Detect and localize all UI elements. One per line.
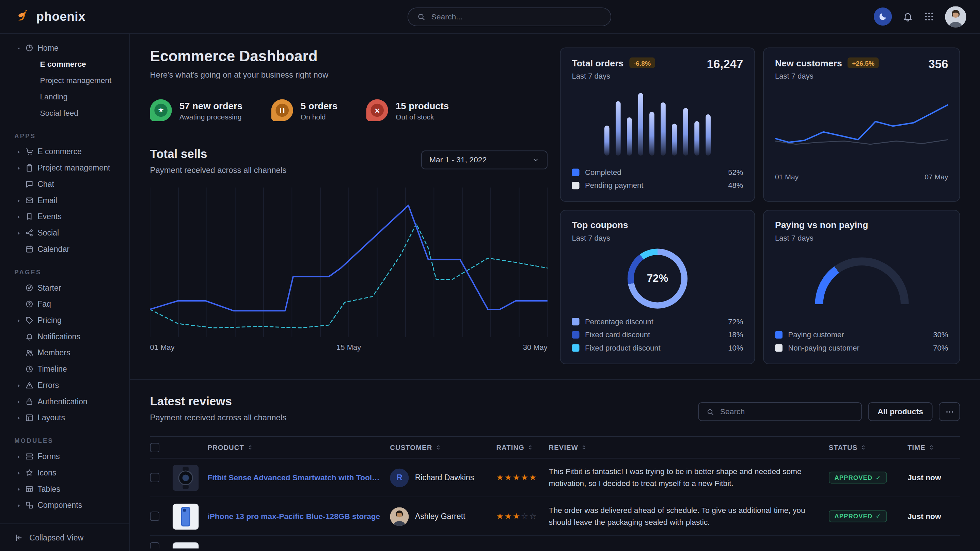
sidebar-item-label: Notifications xyxy=(37,332,80,341)
sidebar-item-label: Components xyxy=(37,501,82,510)
sidebar-item-label: E commerce xyxy=(37,148,82,156)
card-title: Paying vs non paying xyxy=(775,220,868,230)
kpi-cards-grid: Total orders -6.8% Last 7 days 16,247 Co… xyxy=(560,47,960,364)
sidebar-item-home[interactable]: Home xyxy=(0,40,129,56)
column-header-status[interactable]: STATUS xyxy=(829,443,907,451)
search-input[interactable] xyxy=(431,13,602,21)
review-time: Just now xyxy=(907,512,960,521)
legend-value: 30% xyxy=(933,330,948,339)
new-customers-card: New customers +26.5% Last 7 days 356 01 … xyxy=(763,47,960,202)
warning-icon xyxy=(23,381,36,390)
sidebar-item-layouts[interactable]: Layouts xyxy=(0,410,129,426)
sidebar-subitem-social-feed[interactable]: Social feed xyxy=(0,105,129,121)
sidebar-item-label: Chat xyxy=(37,180,54,189)
total-sells-header: Total sells Payment received across all … xyxy=(150,148,547,175)
table-row xyxy=(150,536,960,549)
legend-label: Completed xyxy=(585,168,621,177)
bar xyxy=(616,102,621,156)
stat-value: 57 new orders xyxy=(180,100,242,111)
user-avatar[interactable] xyxy=(945,6,966,27)
sidebar-item-label: Authentication xyxy=(37,397,88,406)
star-icon: ☆ xyxy=(521,511,529,521)
pause-badge-icon xyxy=(271,99,293,121)
rating-stars: ★★★☆☆ xyxy=(496,511,549,521)
moon-icon xyxy=(878,12,888,21)
star-glyph: ★ xyxy=(158,107,164,114)
sidebar-item-label: Timeline xyxy=(37,365,67,374)
mail-icon xyxy=(23,196,36,205)
sidebar-item-components[interactable]: Components xyxy=(0,497,129,514)
sort-icon xyxy=(581,444,587,451)
sidebar-item-notifications[interactable]: Notifications xyxy=(0,329,129,345)
sidebar-subitem-landing[interactable]: Landing xyxy=(0,89,129,105)
bar xyxy=(706,114,711,156)
collapsed-view-toggle[interactable]: Collapsed View xyxy=(0,524,129,551)
legend-swatch xyxy=(572,344,579,351)
column-header-product[interactable]: PRODUCT xyxy=(207,443,390,451)
search-icon xyxy=(417,13,426,21)
sidebar-item-chat[interactable]: Chat xyxy=(0,176,129,193)
caret-right-icon xyxy=(14,165,23,171)
sidebar-subitem-project-management[interactable]: Project management xyxy=(0,73,129,89)
sidebar-item-e-commerce[interactable]: E commerce xyxy=(0,144,129,160)
table-icon xyxy=(23,485,36,494)
brand[interactable]: phoenix xyxy=(14,8,86,25)
sidebar-item-email[interactable]: Email xyxy=(0,192,129,209)
sort-icon xyxy=(928,444,934,451)
apps-grid-icon[interactable] xyxy=(924,11,934,22)
quick-stats-row: ★ 57 new orders Awating processing 5 ord… xyxy=(150,99,547,121)
sidebar-item-members[interactable]: Members xyxy=(0,345,129,361)
sidebar-nav: Home E commerce Project management Landi… xyxy=(0,40,129,513)
sidebar-item-authentication[interactable]: Authentication xyxy=(0,394,129,410)
all-products-button[interactable]: All products xyxy=(868,402,933,421)
caret-right-icon xyxy=(14,415,23,421)
global-search[interactable] xyxy=(407,8,611,26)
column-header-rating[interactable]: RATING xyxy=(496,443,549,451)
sidebar-item-social[interactable]: Social xyxy=(0,225,129,241)
product-link[interactable]: iPhone 13 pro max-Pacific Blue-128GB sto… xyxy=(207,512,390,521)
x-label: 01 May xyxy=(775,173,799,180)
sidebar-item-starter[interactable]: Starter xyxy=(0,280,129,296)
legend-swatch xyxy=(572,181,579,189)
sidebar-item-tables[interactable]: Tables xyxy=(0,481,129,497)
status-badge: APPROVED✓ xyxy=(829,472,887,484)
sidebar-item-pricing[interactable]: Pricing xyxy=(0,313,129,329)
reviews-title: Latest reviews xyxy=(150,395,287,408)
star-badge-icon: ★ xyxy=(150,99,172,121)
date-range-select[interactable]: Mar 1 - 31, 2022 xyxy=(421,151,547,169)
column-header-review[interactable]: REVIEW xyxy=(549,443,829,451)
sidebar-subitem-e-commerce[interactable]: E commerce xyxy=(0,56,129,73)
sidebar-subitem-label: Project management xyxy=(40,76,111,85)
product-link[interactable]: Fitbit Sense Advanced Smartwatch with To… xyxy=(207,473,390,482)
caret-right-icon xyxy=(14,318,23,323)
bar xyxy=(638,93,643,156)
row-checkbox[interactable] xyxy=(150,542,160,548)
product-thumbnail[interactable] xyxy=(173,465,199,491)
sidebar-item-faq[interactable]: Faq xyxy=(0,296,129,313)
forms-icon xyxy=(23,452,36,461)
row-checkbox[interactable] xyxy=(150,511,160,521)
more-options-button[interactable] xyxy=(939,402,960,421)
sidebar-item-errors[interactable]: Errors xyxy=(0,378,129,394)
notifications-bell-icon[interactable] xyxy=(902,11,913,22)
column-header-customer[interactable]: CUSTOMER xyxy=(390,443,496,451)
legend-value: 70% xyxy=(933,343,948,352)
total-orders-card: Total orders -6.8% Last 7 days 16,247 Co… xyxy=(560,47,755,202)
phoenix-logo-icon xyxy=(14,8,31,25)
caret-spacer xyxy=(14,334,23,340)
sidebar-item-events[interactable]: Events xyxy=(0,209,129,225)
sidebar-item-calendar[interactable]: Calendar xyxy=(0,241,129,258)
sidebar-item-timeline[interactable]: Timeline xyxy=(0,361,129,378)
column-header-time[interactable]: TIME xyxy=(907,443,960,451)
row-checkbox[interactable] xyxy=(150,473,160,482)
sidebar-item-project-management[interactable]: Project management xyxy=(0,160,129,176)
caret-spacer xyxy=(14,302,23,307)
product-thumbnail[interactable] xyxy=(173,503,199,529)
reviews-search[interactable] xyxy=(698,402,862,421)
x-label: 15 May xyxy=(336,343,361,352)
theme-toggle-button[interactable] xyxy=(874,8,892,25)
sidebar-item-icons[interactable]: Icons xyxy=(0,465,129,481)
sidebar-item-forms[interactable]: Forms xyxy=(0,449,129,465)
select-all-checkbox[interactable] xyxy=(150,442,160,452)
reviews-search-input[interactable] xyxy=(720,407,854,416)
